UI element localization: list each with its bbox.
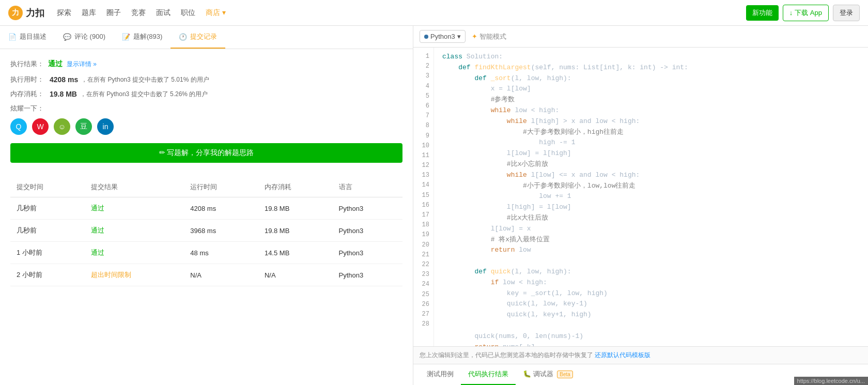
tab-execution-result[interactable]: 代码执行结果 <box>461 364 516 385</box>
restore-default-link[interactable]: 还原默认代码模板版 <box>595 351 650 359</box>
tab-description[interactable]: 📄 题目描述 <box>0 26 55 49</box>
code-line: if low < high: <box>442 278 860 288</box>
code-line: x = l[low] <box>442 84 860 95</box>
line-number: 13 <box>417 171 429 180</box>
line-number: 25 <box>417 290 429 300</box>
code-line: #小于参考数则缩小，low,low往前走 <box>442 181 860 192</box>
table-row: 1 小时前 通过 48 ms 14.5 MB Python3 <box>10 242 402 264</box>
cell-lang: Python3 <box>333 264 403 286</box>
code-line: l[low] = x <box>442 224 860 235</box>
cell-lang: Python3 <box>333 220 403 242</box>
login-button[interactable]: 登录 <box>833 5 860 21</box>
problem-tabs: 📄 题目描述 💬 评论 (900) 📝 题解(893) 🕐 提交记录 <box>0 26 413 49</box>
write-solution-button[interactable]: ✏ 写题解，分享我的解题思路 <box>10 143 402 163</box>
code-content[interactable]: class Solution: def findKthLargest(self,… <box>434 48 868 346</box>
tab-debugger[interactable]: 🐛 调试器 Beta <box>516 364 580 385</box>
cell-lang: Python3 <box>333 197 403 220</box>
editor-header: Python3 ▾ ✦ 智能模式 <box>413 26 868 48</box>
tab-test-cases[interactable]: 测试用例 <box>420 364 461 385</box>
col-lang: 语言 <box>333 177 403 197</box>
nav-store[interactable]: 商店 ▾ <box>206 8 226 18</box>
table-row: 2 小时前 超出时间限制 N/A N/A Python3 <box>10 264 402 286</box>
left-panel: 📄 题目描述 💬 评论 (900) 📝 题解(893) 🕐 提交记录 执行结果：… <box>0 26 413 385</box>
line-number: 23 <box>417 270 429 280</box>
cell-time: 2 小时前 <box>10 264 85 286</box>
code-line: l[high] = l[low] <box>442 202 860 213</box>
line-number: 15 <box>417 191 429 201</box>
line-number: 6 <box>417 101 429 111</box>
code-line: low += 1 <box>442 191 860 202</box>
nav-jobs[interactable]: 职位 <box>181 8 195 18</box>
code-line: #参考数 <box>442 95 860 105</box>
time-stat-row: 执行用时： 4208 ms ，在所有 Python3 提交中击败了 5.01% … <box>10 75 402 84</box>
tab-comments[interactable]: 💬 评论 (900) <box>55 26 114 49</box>
tab-solutions[interactable]: 📝 题解(893) <box>114 26 171 49</box>
nav-explore[interactable]: 探索 <box>57 8 71 18</box>
download-label: 下载 App <box>795 8 822 18</box>
cell-runtime: N/A <box>184 264 258 286</box>
share-wechat-button[interactable]: ☺ <box>54 118 70 135</box>
smart-mode-toggle[interactable]: ✦ 智能模式 <box>472 32 506 41</box>
code-container: 1234567891011121314151617181920212223242… <box>413 48 868 346</box>
cell-runtime: 4208 ms <box>184 197 258 220</box>
code-line: #比x大往后放 <box>442 213 860 224</box>
mem-label: 内存消耗： <box>10 89 47 99</box>
code-line: # 将x插入最终位置 <box>442 235 860 245</box>
table-row: 几秒前 通过 4208 ms 19.8 MB Python3 <box>10 197 402 220</box>
nav-interview[interactable]: 面试 <box>156 8 171 18</box>
language-selector[interactable]: Python3 ▾ <box>420 30 466 43</box>
line-number: 20 <box>417 240 429 250</box>
debug-icon: 🐛 <box>523 370 531 378</box>
line-number: 24 <box>417 280 429 289</box>
cell-status[interactable]: 通过 <box>85 220 184 242</box>
code-line: class Solution: <box>442 52 860 63</box>
download-button[interactable]: ↓ 下载 App <box>783 5 829 21</box>
time-label: 执行用时： <box>10 75 47 84</box>
table-row: 几秒前 通过 3968 ms 19.8 MB Python3 <box>10 220 402 242</box>
cell-memory: N/A <box>258 264 333 286</box>
top-nav: 探索 题库 圈子 竞赛 面试 职位 商店 ▾ <box>57 8 226 18</box>
nav-problems[interactable]: 题库 <box>82 8 96 18</box>
cell-time: 几秒前 <box>10 220 85 242</box>
right-panel: Python3 ▾ ✦ 智能模式 12345678910111213141516… <box>413 26 868 385</box>
cell-memory: 19.8 MB <box>258 197 333 220</box>
code-line: #比x小忘前放 <box>442 159 860 170</box>
col-time: 提交时间 <box>10 177 85 197</box>
code-line: while low < high: <box>442 105 860 116</box>
time-desc: ，在所有 Python3 提交中击败了 5.01% 的用户 <box>81 75 209 84</box>
mem-stat-row: 内存消耗： 19.8 MB ，在所有 Python3 提交中击败了 5.26% … <box>10 89 402 99</box>
share-linkedin-button[interactable]: in <box>97 118 114 135</box>
line-number: 10 <box>417 141 429 151</box>
result-row: 执行结果： 通过 显示详情 » <box>10 59 402 69</box>
cell-time: 几秒前 <box>10 197 85 220</box>
beta-badge: Beta <box>557 371 573 378</box>
description-icon: 📄 <box>8 33 17 41</box>
nav-circle[interactable]: 圈子 <box>106 8 121 18</box>
code-line: quick(nums, 0, len(nums)-1) <box>442 331 860 342</box>
line-number: 1 <box>417 52 429 61</box>
new-feature-button[interactable]: 新功能 <box>746 5 779 21</box>
download-icon: ↓ <box>789 9 793 17</box>
lang-chevron-icon: ▾ <box>457 33 461 40</box>
cell-status[interactable]: 通过 <box>85 197 184 220</box>
line-number: 8 <box>417 121 429 131</box>
result-status: 通过 <box>48 59 63 69</box>
cell-memory: 19.8 MB <box>258 220 333 242</box>
cell-status[interactable]: 超出时间限制 <box>85 264 184 286</box>
share-douban-button[interactable]: 豆 <box>75 118 92 135</box>
cell-status[interactable]: 通过 <box>85 242 184 264</box>
submissions-table: 提交时间 提交结果 运行时间 内存消耗 语言 几秒前 通过 4208 ms 19… <box>10 177 402 286</box>
result-detail-link[interactable]: 显示详情 » <box>67 60 97 69</box>
code-line: l[low] = l[high] <box>442 148 860 159</box>
share-weibo-button[interactable]: W <box>32 118 49 135</box>
code-line: while l[low] <= x and low < high: <box>442 170 860 181</box>
share-qq-button[interactable]: Q <box>10 118 27 135</box>
logo[interactable]: 力 力扣 <box>8 6 44 20</box>
code-line: #大于参考数则缩小，high往前走 <box>442 127 860 138</box>
nav-contest[interactable]: 竞赛 <box>131 8 146 18</box>
line-number: 21 <box>417 250 429 260</box>
code-line: key = _sort(l, low, high) <box>442 288 860 299</box>
line-number: 19 <box>417 230 429 240</box>
tab-submissions[interactable]: 🕐 提交记录 <box>171 26 225 49</box>
line-number: 2 <box>417 61 429 71</box>
